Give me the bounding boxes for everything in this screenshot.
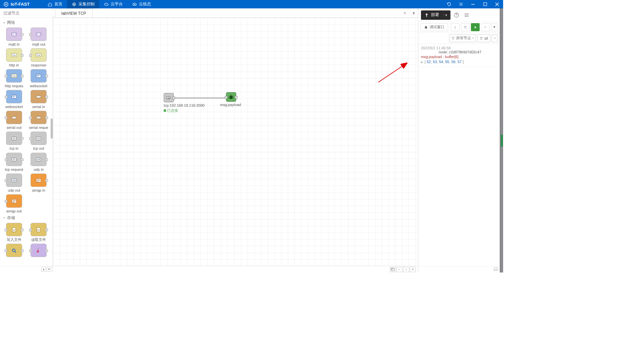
deploy-dropdown[interactable]: ▾ — [443, 13, 447, 17]
sidebar-tab-debug[interactable]: 调试窗口 — [420, 23, 448, 31]
menu-icon[interactable] — [455, 0, 467, 8]
svg-text:tcp: tcp — [13, 137, 15, 139]
svg-text:udp: udp — [37, 158, 40, 160]
right-edge-strip[interactable] — [500, 8, 503, 272]
svg-point-24 — [39, 117, 40, 118]
debug-log-meta: 2022/6/1 11:45:58 node: c2d878b9d7d02c47 — [421, 46, 497, 54]
nav-home[interactable]: 首页 — [43, 0, 67, 8]
add-tab-button[interactable]: ＋ — [400, 9, 409, 17]
svg-text:tcp: tcp — [38, 137, 40, 139]
svg-text:tcp: tcp — [13, 158, 15, 160]
palette-node-http-in[interactable]: httphttp in — [3, 48, 25, 67]
svg-rect-14 — [36, 74, 41, 78]
palette-category-header[interactable]: ▾网络 — [0, 18, 53, 28]
debug-log-property: msg.payload : buffer[6] — [421, 55, 497, 59]
svg-rect-48 — [494, 268, 497, 270]
palette-search — [0, 8, 53, 18]
debug-filter-button[interactable]: 所有节点 ▾ — [449, 34, 476, 42]
palette-node-file-read[interactable]: 读取文件 — [28, 223, 50, 242]
nav-cloud[interactable]: 云平台 — [99, 0, 127, 8]
palette-node-http-response[interactable]: httpresponse — [28, 48, 50, 67]
palette-node-http-request[interactable]: httphttp reques — [3, 69, 25, 88]
svg-point-20 — [13, 117, 13, 118]
palette-node-mqtt-out[interactable]: mqtt out — [28, 28, 50, 46]
brand-icon — [3, 2, 9, 7]
debug-log-value[interactable]: ▶[ 52, 53, 54, 55, 56, 57 ] — [421, 60, 497, 64]
svg-point-3 — [134, 4, 135, 5]
palette-node-websocket-in[interactable]: websocket — [28, 69, 50, 88]
zoom-out-button[interactable]: − — [396, 267, 402, 272]
palette-node-tcp-request[interactable]: tcptcp request — [3, 153, 25, 171]
tabbar: labVIEW TCP ＋ ▾ — [53, 8, 418, 18]
svg-text:http: http — [12, 54, 16, 56]
tab-t1[interactable]: labVIEW TCP — [55, 9, 93, 17]
palette-node-serial-request[interactable]: serial reque — [28, 111, 50, 130]
palette: ▾网络mqtt inmqtt outhttphttp inhttprespons… — [0, 8, 53, 272]
filter-icon — [451, 37, 455, 40]
svg-rect-43 — [391, 268, 393, 269]
svg-rect-16 — [36, 96, 41, 98]
debug-clear-button[interactable]: all — [477, 34, 490, 42]
svg-rect-22 — [36, 116, 41, 119]
palette-node-serial-in[interactable]: serial in — [28, 90, 50, 109]
debug-log[interactable]: 2022/6/1 11:45:58 node: c2d878b9d7d02c47… — [418, 44, 500, 266]
sidebar-top: 部署 ▾ — [418, 8, 500, 22]
palette-node-websocket-out[interactable]: websocket — [3, 90, 25, 109]
palette-node-amqp-in[interactable]: amqp in — [28, 173, 50, 192]
svg-point-23 — [37, 117, 38, 118]
trash-icon — [480, 37, 483, 40]
palette-node-amqp-out[interactable]: amqp out — [3, 194, 25, 213]
palette-node-serial-out[interactable]: serial out — [3, 111, 25, 130]
zoom-in-button[interactable]: + — [410, 267, 416, 272]
sidebar-tab-more[interactable]: ▾ — [491, 23, 498, 31]
svg-rect-7 — [36, 33, 41, 36]
svg-point-18 — [39, 97, 40, 97]
brand: IoT-FAST — [0, 2, 30, 7]
sidebar: 部署 ▾ 调试窗口 i ▾ 所有节点 ▾ — [418, 8, 500, 272]
sidebar-tab-config[interactable] — [481, 23, 490, 31]
palette-node-mqtt-in[interactable]: mqtt in — [3, 28, 25, 46]
svg-point-1 — [5, 4, 7, 5]
maximize-icon[interactable] — [479, 0, 491, 8]
zoom-reset-button[interactable]: ○ — [403, 267, 409, 272]
minimize-icon[interactable] — [467, 0, 479, 8]
tab-menu-button[interactable]: ▾ — [409, 9, 418, 17]
palette-node-udp-in[interactable]: udpudp in — [28, 153, 50, 171]
nav-cloudstate[interactable]: 云组态 — [127, 0, 156, 8]
close-icon[interactable] — [491, 0, 503, 8]
nav-collect[interactable]: 采集控制 — [67, 0, 99, 8]
debug-clear-dropdown[interactable]: ▾ — [492, 34, 498, 42]
palette-node-search[interactable] — [3, 244, 25, 258]
palette-category-header[interactable]: ▾存储 — [0, 213, 53, 223]
palette-node-tcp-in[interactable]: tcptcp in — [3, 132, 25, 150]
svg-rect-19 — [12, 116, 16, 119]
deploy-button[interactable]: 部署 ▾ — [421, 10, 450, 20]
palette-node-file-write[interactable]: 写入文件 — [3, 223, 25, 242]
palette-scroll-up-button[interactable]: ▲ — [41, 267, 46, 271]
svg-point-17 — [37, 97, 38, 97]
canvas[interactable]: tcp tcp:192.168.18.116:2000 已连接 msg.payl… — [53, 18, 418, 266]
debug-log-entry[interactable]: 2022/6/1 11:45:58 node: c2d878b9d7d02c47… — [418, 44, 500, 67]
sidebar-tab-help[interactable] — [461, 23, 470, 31]
palette-node-udp-out[interactable]: udpudp out — [3, 173, 25, 192]
svg-line-41 — [378, 63, 407, 82]
navigator-button[interactable] — [390, 267, 396, 272]
palette-footer: ▲ ▼ — [0, 266, 53, 272]
palette-search-input[interactable] — [3, 11, 54, 15]
svg-text:http: http — [12, 75, 16, 77]
svg-rect-4 — [483, 3, 486, 6]
svg-point-46 — [475, 27, 476, 28]
workspace: labVIEW TCP ＋ ▾ tcp tcp:192.168.18.116:2… — [53, 8, 418, 272]
palette-node-volcano[interactable] — [28, 244, 50, 258]
help-icon[interactable] — [452, 11, 461, 19]
refresh-icon[interactable] — [443, 0, 455, 8]
sidebar-tab-debug-icon[interactable] — [471, 23, 480, 31]
palette-scroll-down-button[interactable]: ▼ — [47, 267, 51, 271]
hamburger-icon[interactable] — [463, 11, 471, 19]
deploy-icon — [424, 13, 429, 17]
sidebar-collapse-icon[interactable] — [493, 267, 498, 271]
sidebar-tab-info[interactable]: i — [451, 23, 460, 31]
titlebar: IoT-FAST 首页采集控制云平台云组态 — [0, 0, 503, 8]
palette-node-tcp-out[interactable]: tcptcp out — [28, 132, 50, 150]
bug-icon — [424, 25, 428, 29]
